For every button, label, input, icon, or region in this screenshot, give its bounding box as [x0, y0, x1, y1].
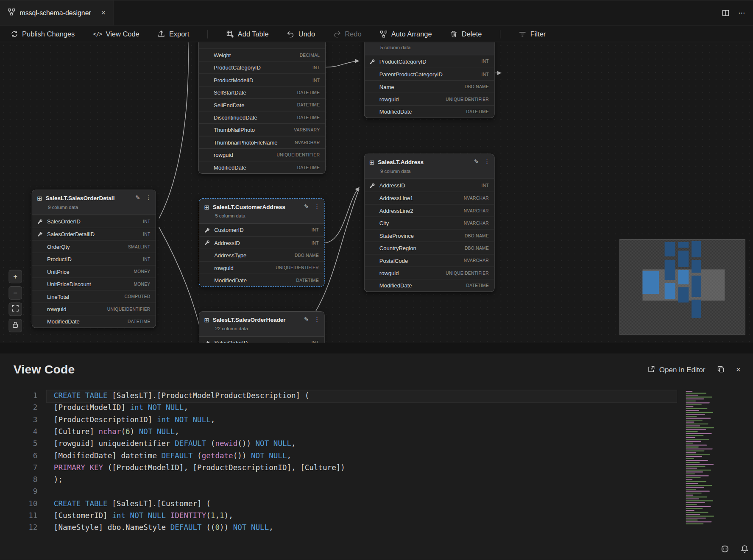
table-column-row[interactable]: WeightDECIMAL: [199, 48, 325, 61]
toolbar-button-redo[interactable]: Redo: [333, 30, 361, 38]
table-column-row[interactable]: rowguidUNIQUEIDENTIFIER: [199, 148, 325, 161]
table-column-row[interactable]: AddressIDINT: [365, 179, 494, 191]
edit-table-icon[interactable]: ✎: [304, 203, 309, 210]
table-column-row[interactable]: rowguidUNIQUEIDENTIFIER: [365, 267, 494, 279]
split-editor-icon[interactable]: [722, 9, 729, 17]
table-column-row[interactable]: ModifiedDateDATETIME: [199, 274, 324, 286]
table-column-row[interactable]: DiscontinuedDateDATETIME: [199, 111, 325, 123]
table-column-row[interactable]: UnitPriceMONEY: [32, 265, 156, 277]
table-column-row[interactable]: CityNVARCHAR: [365, 217, 494, 229]
copy-icon[interactable]: [717, 365, 725, 373]
table-column-row[interactable]: ProductCategoryIDINT: [365, 55, 494, 67]
table-column-row[interactable]: UnitPriceDiscountMONEY: [32, 278, 156, 290]
table-menu-icon[interactable]: ⋮: [145, 195, 151, 201]
table-column-row[interactable]: SalesOrderDetailIDINT: [32, 228, 156, 240]
table-column-row[interactable]: SalesOrderIDINT: [32, 215, 156, 227]
table-column-row[interactable]: ModifiedDateDATETIME: [365, 279, 494, 291]
table-column-row[interactable]: NameDBO.NAME: [365, 80, 494, 92]
table-column-row[interactable]: CustomerIDINT: [199, 224, 324, 236]
table-column-row[interactable]: AddressTypeDBO.NAME: [199, 249, 324, 261]
code-line[interactable]: 12[NameStyle] dbo.NameStyle DEFAULT ((0)…: [0, 522, 753, 534]
table-column-row[interactable]: SellEndDateDATETIME: [199, 98, 325, 111]
table-column-row[interactable]: ProductCategoryIDINT: [199, 61, 325, 73]
toolbar-button-label: Publish Changes: [22, 30, 75, 38]
table-card-sales-order-header[interactable]: ⊞SalesLT.SalesOrderHeader✎⋮22 column dat…: [199, 311, 325, 343]
table-column-row[interactable]: ModifiedDateDATETIME: [32, 315, 156, 327]
toolbar-button-auto-arrange[interactable]: Auto Arrange: [380, 30, 432, 38]
table-column-row[interactable]: ProductModelIDINT: [199, 73, 325, 86]
toolbar-button-export[interactable]: Export: [158, 30, 190, 38]
code-line[interactable]: 11[CustomerID] int NOT NULL IDENTITY(1,1…: [0, 510, 753, 522]
edit-table-icon[interactable]: ✎: [135, 195, 140, 201]
table-column-row[interactable]: AddressLine2NVARCHAR: [365, 204, 494, 216]
table-column-row[interactable]: StateProvinceDBO.NAME: [365, 229, 494, 241]
designer-toolbar: Publish Changes</>View CodeExportAdd Tab…: [0, 26, 753, 42]
table-column-row[interactable]: ParentProductCategoryIDINT: [365, 68, 494, 80]
table-card-customer-address[interactable]: ⊞SalesLT.CustomerAddress✎⋮5 column dataC…: [199, 198, 325, 287]
code-token: [166, 511, 170, 520]
copilot-icon[interactable]: [720, 544, 730, 554]
code-minimap-line: [686, 521, 711, 522]
table-column-row[interactable]: rowguidUNIQUEIDENTIFIER: [32, 303, 156, 315]
table-column-row[interactable]: PostalCodeNVARCHAR: [365, 254, 494, 266]
code-minimap[interactable]: [684, 390, 716, 532]
code-line[interactable]: 6[ModifiedDate] datetime DEFAULT (getdat…: [0, 450, 753, 462]
table-column-row[interactable]: ThumbNailPhotoVARBINARY: [199, 123, 325, 136]
code-line[interactable]: 1CREATE TABLE [SalesLT].[ProductModelPro…: [0, 390, 753, 402]
code-editor[interactable]: 1CREATE TABLE [SalesLT].[ProductModelPro…: [0, 380, 753, 534]
edit-table-icon[interactable]: ✎: [474, 159, 479, 165]
tab-close-icon[interactable]: ×: [101, 9, 106, 17]
code-line[interactable]: 2[ProductModelID] int NOT NULL,: [0, 402, 753, 414]
table-column-row[interactable]: AddressIDINT: [199, 236, 324, 248]
toolbar-button-filter[interactable]: Filter: [519, 30, 546, 38]
table-card-address[interactable]: ⊞SalesLT.Address✎⋮9 column dataAddressID…: [364, 153, 495, 292]
table-menu-icon[interactable]: ⋮: [484, 159, 490, 165]
lock-canvas-button[interactable]: [8, 319, 22, 332]
bell-icon[interactable]: [740, 544, 749, 554]
table-column-row[interactable]: OrderQtySMALLINT: [32, 240, 156, 252]
code-line[interactable]: 7PRIMARY KEY ([ProductModelID], [Product…: [0, 462, 753, 474]
zoom-in-button[interactable]: +: [8, 270, 22, 284]
table-column-row[interactable]: CountryRegionDBO.NAME: [365, 242, 494, 254]
code-line[interactable]: 3[ProductDescriptionID] int NOT NULL,: [0, 414, 753, 426]
code-line[interactable]: 10CREATE TABLE [SalesLT].[Customer] (: [0, 498, 753, 510]
table-card-sales-order-detail[interactable]: ⊞SalesLT.SalesOrderDetail✎⋮9 column data…: [32, 189, 156, 328]
table-menu-icon[interactable]: ⋮: [314, 316, 320, 323]
code-minimap-line: [686, 520, 697, 521]
diagram-canvas[interactable]: WeightDECIMALProductCategoryIDINTProduct…: [0, 42, 753, 343]
column-name: ModifiedDate: [379, 109, 466, 115]
panel-sash[interactable]: [0, 343, 753, 354]
code-line-text: [ProductModelID] int NOT NULL,: [54, 402, 188, 414]
table-column-row[interactable]: ProductIDINT: [32, 253, 156, 265]
toolbar-button-publish-changes[interactable]: Publish Changes: [11, 30, 75, 38]
code-line[interactable]: 9: [0, 486, 753, 498]
table-column-row[interactable]: AddressLine1NVARCHAR: [365, 192, 494, 204]
table-column-row[interactable]: ThumbnailPhotoFileNameNVARCHAR: [199, 136, 325, 148]
toolbar-button-view-code[interactable]: </>View Code: [93, 30, 139, 38]
close-panel-icon[interactable]: ×: [736, 365, 741, 373]
more-actions-icon[interactable]: ⋯: [738, 8, 745, 17]
toolbar-button-undo[interactable]: Undo: [287, 30, 315, 38]
toolbar-button-add-table[interactable]: Add Table: [226, 30, 269, 38]
fit-view-button[interactable]: [8, 303, 22, 316]
zoom-out-button[interactable]: −: [8, 286, 22, 300]
column-name: Weight: [214, 52, 300, 58]
table-column-row[interactable]: rowguidUNIQUEIDENTIFIER: [199, 261, 324, 273]
table-column-row[interactable]: ModifiedDateDATETIME: [199, 161, 325, 173]
table-column-row[interactable]: SellStartDateDATETIME: [199, 86, 325, 98]
code-line[interactable]: 5[rowguid] uniqueidentifier DEFAULT (new…: [0, 438, 753, 450]
code-line[interactable]: 8);: [0, 474, 753, 486]
table-menu-icon[interactable]: ⋮: [314, 203, 320, 210]
minimap[interactable]: [619, 239, 745, 335]
edit-table-icon[interactable]: ✎: [304, 316, 309, 323]
table-card-product-category[interactable]: ⊞✎⋮5 column dataProductCategoryIDINTPare…: [364, 42, 495, 118]
open-in-editor-button[interactable]: Open in Editor: [647, 365, 706, 373]
table-column-row[interactable]: rowguidUNIQUEIDENTIFIER: [365, 93, 494, 105]
code-line[interactable]: 4[Culture] nchar(6) NOT NULL,: [0, 426, 753, 438]
table-column-row[interactable]: LineTotalCOMPUTED: [32, 290, 156, 302]
table-card-product[interactable]: WeightDECIMALProductCategoryIDINTProduct…: [198, 42, 326, 174]
table-column-row[interactable]: SalesOrderIDINT: [199, 337, 324, 343]
tab-mssql-schema-designer[interactable]: mssql-schema-designer ×: [0, 0, 114, 25]
toolbar-button-delete[interactable]: Delete: [450, 30, 482, 38]
table-column-row[interactable]: ModifiedDateDATETIME: [365, 105, 494, 117]
